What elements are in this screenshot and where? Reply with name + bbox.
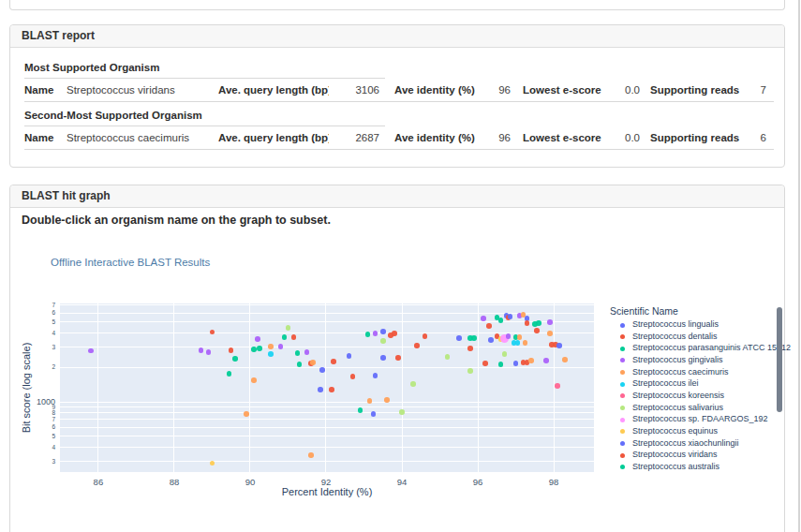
blast-report-title: BLAST report bbox=[22, 29, 95, 42]
scatter-point[interactable] bbox=[486, 323, 492, 329]
scatter-point[interactable] bbox=[467, 368, 473, 374]
scatter-point[interactable] bbox=[297, 362, 303, 367]
scatter-point[interactable] bbox=[445, 354, 451, 360]
scatter-point[interactable] bbox=[318, 387, 323, 392]
scatter-point[interactable] bbox=[308, 452, 314, 458]
scatter-point[interactable] bbox=[371, 411, 377, 417]
scatter-point[interactable] bbox=[498, 318, 504, 323]
scatter-point[interactable] bbox=[350, 374, 356, 379]
scatter-point[interactable] bbox=[365, 332, 371, 337]
scatter-point[interactable] bbox=[423, 333, 428, 339]
scatter-point[interactable] bbox=[498, 362, 504, 367]
scatter-point[interactable] bbox=[210, 330, 215, 335]
legend-item-streptococcus-sp-fdaargos-192[interactable]: Streptococcus sp. FDAARGOS_192 bbox=[610, 414, 777, 425]
legend-item-streptococcus-parasanguinis-atcc-15912[interactable]: Streptococcus parasanguinis ATCC 15912 bbox=[610, 343, 777, 354]
scatter-point[interactable] bbox=[528, 358, 534, 363]
table-row: Name Streptococcus viridans Ave. query l… bbox=[24, 79, 774, 102]
legend-item-streptococcus-viridans[interactable]: Streptococcus viridans bbox=[610, 450, 777, 461]
scatter-point[interactable] bbox=[199, 347, 204, 353]
scatter-point[interactable] bbox=[536, 320, 541, 326]
scatter-point[interactable] bbox=[251, 377, 257, 383]
scatter-point[interactable] bbox=[562, 357, 568, 362]
scatter-point[interactable] bbox=[367, 398, 373, 404]
scatter-point[interactable] bbox=[399, 409, 405, 415]
scatter-point[interactable] bbox=[206, 349, 212, 355]
legend-item-streptococcus-equinus[interactable]: Streptococcus equinus bbox=[610, 426, 777, 437]
scatter-point[interactable] bbox=[467, 346, 473, 351]
scatter-point[interactable] bbox=[380, 329, 386, 334]
scatter-point[interactable] bbox=[380, 338, 386, 344]
scatter-point[interactable] bbox=[523, 340, 528, 346]
scatter-point[interactable] bbox=[481, 316, 486, 321]
scatter-point[interactable] bbox=[210, 461, 215, 466]
scatter-point[interactable] bbox=[534, 328, 540, 333]
scatter-point[interactable] bbox=[347, 353, 352, 359]
scatter-point[interactable] bbox=[268, 351, 274, 357]
scatter-point[interactable] bbox=[517, 334, 523, 340]
legend-item-streptococcus-lingualis[interactable]: Streptococcus lingualis bbox=[610, 319, 777, 331]
scatter-point[interactable] bbox=[255, 336, 260, 342]
scatter-point[interactable] bbox=[525, 320, 530, 326]
legend-item-streptococcus-salivarius[interactable]: Streptococcus salivarius bbox=[610, 403, 777, 414]
scatter-point[interactable] bbox=[508, 314, 513, 319]
scatter-point[interactable] bbox=[515, 340, 521, 346]
legend-label: Streptococcus lingualis bbox=[632, 319, 719, 329]
scatter-point[interactable] bbox=[88, 348, 94, 354]
scatter-point[interactable] bbox=[244, 411, 249, 417]
legend-item-streptococcus-ilei[interactable]: Streptococcus ilei bbox=[610, 378, 777, 390]
scatter-point[interactable] bbox=[456, 335, 462, 341]
scatter-point[interactable] bbox=[319, 367, 325, 373]
scatter-point[interactable] bbox=[482, 361, 488, 366]
scatter-point[interactable] bbox=[358, 407, 363, 413]
scatter-point[interactable] bbox=[488, 337, 494, 343]
scatter-point[interactable] bbox=[310, 360, 316, 365]
scatter-point[interactable] bbox=[268, 344, 274, 349]
scatter-point[interactable] bbox=[229, 347, 234, 353]
scatter-point[interactable] bbox=[543, 358, 549, 363]
scatter-point[interactable] bbox=[384, 397, 390, 403]
scatter-point[interactable] bbox=[373, 373, 378, 378]
scatter-point[interactable] bbox=[556, 343, 562, 348]
scatter-point[interactable] bbox=[555, 383, 560, 389]
legend-color-dot bbox=[620, 323, 625, 328]
scatter-point[interactable] bbox=[232, 356, 238, 362]
scatter-point[interactable] bbox=[547, 319, 553, 325]
scatter-point[interactable] bbox=[414, 343, 420, 348]
legend-item-streptococcus-caecimuris[interactable]: Streptococcus caecimuris bbox=[610, 367, 777, 378]
table-row: Most Supported Organism bbox=[24, 54, 774, 79]
scatter-point[interactable] bbox=[295, 350, 301, 356]
scatter-point[interactable] bbox=[257, 346, 262, 351]
scatter-point[interactable] bbox=[392, 331, 397, 336]
y-gridline bbox=[60, 367, 594, 368]
y-gridline bbox=[60, 332, 594, 333]
scatter-point[interactable] bbox=[410, 381, 416, 387]
scatter-point[interactable] bbox=[278, 344, 284, 349]
scatter-point[interactable] bbox=[380, 355, 386, 361]
scatter-point[interactable] bbox=[282, 334, 288, 340]
legend-item-streptococcus-gingivalis[interactable]: Streptococcus gingivalis bbox=[610, 355, 777, 366]
scatter-point[interactable] bbox=[395, 355, 401, 361]
blast-report-card: BLAST report Most Supported Organism Nam… bbox=[9, 24, 785, 168]
legend-item-streptococcus-australis[interactable]: Streptococcus australis bbox=[610, 462, 777, 473]
legend-item-streptococcus-xiaochunlingii[interactable]: Streptococcus xiaochunlingii bbox=[610, 438, 777, 450]
scatter-point[interactable] bbox=[331, 359, 336, 364]
y-gridline bbox=[60, 313, 594, 314]
scatter-point[interactable] bbox=[251, 347, 257, 352]
scatter-point[interactable] bbox=[547, 331, 553, 336]
scatter-point[interactable] bbox=[291, 334, 297, 340]
scatter-point[interactable] bbox=[304, 349, 310, 355]
scatter-point[interactable] bbox=[373, 331, 378, 336]
scatter-point[interactable] bbox=[502, 351, 508, 357]
scatter-point[interactable] bbox=[471, 335, 477, 341]
scatter-point[interactable] bbox=[329, 387, 334, 392]
legend-scrollbar[interactable] bbox=[777, 307, 782, 412]
legend-color-dot bbox=[620, 441, 625, 446]
scatter-point[interactable] bbox=[506, 333, 512, 339]
supporting-reads-value: 7 bbox=[760, 84, 774, 101]
scatter-point[interactable] bbox=[286, 325, 291, 331]
scatter-point[interactable] bbox=[227, 371, 232, 377]
legend-item-streptococcus-koreensis[interactable]: Streptococcus koreensis bbox=[610, 391, 777, 402]
legend-label: Streptococcus koreensis bbox=[632, 391, 724, 400]
legend-item-streptococcus-dentalis[interactable]: Streptococcus dentalis bbox=[610, 332, 777, 343]
scatter-point[interactable] bbox=[513, 361, 519, 366]
